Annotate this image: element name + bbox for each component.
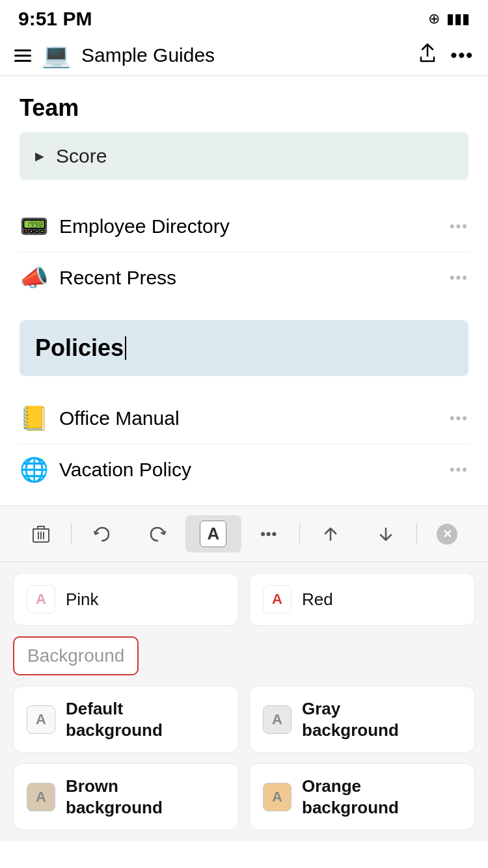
team-section-header: Team [20,76,468,132]
orange-background-option[interactable]: A Orangebackground [249,763,475,830]
redo-button[interactable] [130,521,185,547]
brown-background-label: Brownbackground [66,776,163,818]
office-manual-label: Office Manual [59,407,439,429]
format-text-button[interactable]: A [185,515,241,552]
gray-bg-A-icon: A [263,705,291,734]
vacation-policy-label: Vacation Policy [59,459,439,481]
toolbar-divider [299,524,300,545]
pink-color-label: Pink [66,590,99,610]
office-manual-more-button[interactable]: ••• [450,410,468,427]
score-row[interactable]: ▶ Score [20,132,468,180]
list-item[interactable]: 📟 Employee Directory ••• [20,201,468,252]
main-content: Team ▶ Score 📟 Employee Directory ••• 📣 … [0,76,488,506]
status-icons: ⊕ ▮▮▮ [428,10,470,27]
background-section: Background [13,636,475,686]
nav-bar: 💻 Sample Guides ••• [0,35,488,76]
red-color-label: Red [302,590,333,610]
list-item[interactable]: 📒 Office Manual ••• [20,393,468,444]
format-A-icon: A [200,521,226,547]
red-A-icon: A [263,585,291,614]
policies-text: Policies [35,334,124,362]
pink-color-option[interactable]: A Pink [13,573,239,626]
nav-right-buttons: ••• [418,43,474,68]
text-cursor [125,336,126,360]
team-items-list: 📟 Employee Directory ••• 📣 Recent Press … [20,191,468,314]
pink-A-icon: A [27,585,55,614]
office-manual-icon: 📒 [20,405,49,432]
score-label: Score [56,145,107,167]
vacation-policy-icon: 🌐 [20,456,49,483]
policies-items-list: 📒 Office Manual ••• 🌐 Vacation Policy ••… [20,383,468,506]
move-up-button[interactable] [303,521,358,548]
policies-section-header-editable[interactable]: Policies [20,320,468,376]
vacation-policy-more-button[interactable]: ••• [450,461,468,478]
battery-icon: ▮▮▮ [446,10,470,27]
gray-background-label: Graybackground [302,698,399,740]
more-format-button[interactable]: ••• [241,521,297,548]
undo-button[interactable] [74,521,129,547]
color-picker-panel: A Pink A Red Background A Defaultbackgro… [0,562,488,841]
editing-toolbar: A ••• ✕ [0,506,488,562]
recent-press-more-button[interactable]: ••• [450,269,468,286]
default-background-label: Defaultbackground [66,698,163,740]
text-color-options: A Pink A Red [13,573,475,626]
recent-press-label: Recent Press [59,267,439,289]
hamburger-menu-button[interactable] [14,49,31,62]
close-panel-button[interactable]: ✕ [420,519,475,550]
employee-directory-icon: 📟 [20,213,49,240]
background-options-grid: A Defaultbackground A Graybackground A B… [13,686,475,841]
status-bar: 9:51 PM ⊕ ▮▮▮ [0,0,488,35]
list-item[interactable]: 📣 Recent Press ••• [20,252,468,303]
brown-background-option[interactable]: A Brownbackground [13,763,239,830]
background-label: Background [13,636,139,675]
default-background-option[interactable]: A Defaultbackground [13,686,239,753]
more-dots-icon: ••• [260,526,277,543]
nav-title: Sample Guides [81,44,408,66]
recent-press-icon: 📣 [20,264,49,292]
orange-bg-A-icon: A [263,783,291,811]
status-time: 9:51 PM [18,8,92,30]
toolbar-divider [416,524,417,545]
brown-bg-A-icon: A [27,783,55,811]
orange-background-label: Orangebackground [302,776,399,818]
toolbar-divider [71,524,72,545]
employee-directory-label: Employee Directory [59,215,439,237]
red-color-option[interactable]: A Red [249,573,475,626]
delete-button[interactable] [13,519,68,549]
employee-directory-more-button[interactable]: ••• [450,218,468,235]
share-button[interactable] [418,43,437,68]
close-circle-icon: ✕ [437,524,457,545]
lock-icon: ⊕ [428,10,440,27]
move-down-button[interactable] [358,521,413,548]
list-item[interactable]: 🌐 Vacation Policy ••• [20,444,468,495]
score-expand-icon: ▶ [35,149,44,163]
gray-background-option[interactable]: A Graybackground [249,686,475,753]
app-icon: 💻 [42,42,71,69]
more-options-button[interactable]: ••• [451,45,474,66]
default-bg-A-icon: A [27,705,55,734]
